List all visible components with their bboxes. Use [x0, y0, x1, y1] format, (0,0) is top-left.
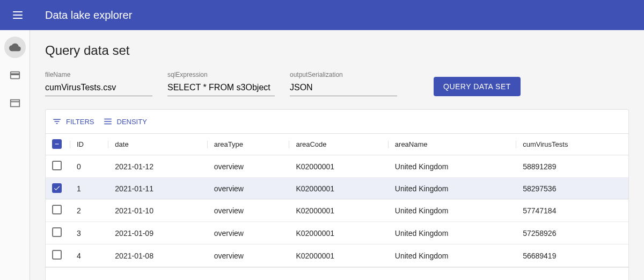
results-table: ID date areaType areaCode areaName cumVi… — [46, 133, 628, 267]
cell-date: 2021-01-10 — [108, 199, 207, 222]
check-icon — [53, 184, 61, 192]
cell-areatype: overview — [208, 178, 290, 199]
cloud-icon — [9, 41, 21, 53]
filters-label: FILTERS — [66, 118, 94, 126]
cell-areacode: K02000001 — [289, 199, 388, 222]
row-checkbox[interactable] — [52, 205, 62, 214]
sidebar-item-panel[interactable] — [4, 92, 26, 114]
outputserialization-label: outputSerialization — [290, 71, 397, 78]
cell-id: 2 — [70, 199, 108, 222]
panel-icon — [9, 97, 21, 109]
sidebar-item-card[interactable] — [4, 64, 26, 86]
cell-areaname: United Kingdom — [389, 178, 516, 199]
cell-areatype: overview — [208, 155, 290, 178]
cell-areatype: overview — [208, 245, 290, 267]
row-checkbox-cell — [46, 178, 70, 199]
main-content: Query data set fileName sqlExpression ou… — [30, 30, 644, 280]
cell-cumvirustests: 58297536 — [516, 178, 628, 199]
cell-areaname: United Kingdom — [389, 199, 516, 222]
table-row[interactable]: 22021-01-10overviewK02000001United Kingd… — [46, 199, 628, 222]
cell-id: 3 — [70, 222, 108, 245]
density-icon — [103, 117, 113, 126]
table-row[interactable]: 32021-01-09overviewK02000001United Kingd… — [46, 222, 628, 245]
col-date[interactable]: date — [108, 134, 207, 155]
cell-date: 2021-01-08 — [108, 245, 207, 267]
col-areacode[interactable]: areaCode — [289, 134, 388, 155]
filename-label: fileName — [45, 71, 152, 78]
app-bar: Data lake explorer — [0, 0, 644, 30]
cell-areacode: K02000001 — [289, 222, 388, 245]
table-header-row: ID date areaType areaCode areaName cumVi… — [46, 134, 628, 155]
row-checkbox[interactable] — [52, 161, 62, 170]
filters-button[interactable]: FILTERS — [52, 117, 94, 126]
cell-areacode: K02000001 — [289, 245, 388, 267]
col-id[interactable]: ID — [70, 134, 108, 155]
table-row[interactable]: 42021-01-08overviewK02000001United Kingd… — [46, 245, 628, 267]
cell-areaname: United Kingdom — [389, 222, 516, 245]
side-rail — [0, 30, 30, 280]
row-checkbox-cell — [46, 155, 70, 178]
sqlexpression-input[interactable] — [167, 80, 275, 96]
cell-cumvirustests: 57258926 — [516, 222, 628, 245]
cell-cumvirustests: 57747184 — [516, 199, 628, 222]
field-sqlexpression: sqlExpression — [167, 71, 275, 96]
sidebar-item-cloud[interactable] — [4, 37, 26, 58]
page-title: Query data set — [45, 43, 629, 58]
cell-id: 0 — [70, 155, 108, 178]
app-title: Data lake explorer — [45, 9, 132, 21]
field-outputserialization: outputSerialization — [290, 71, 397, 96]
field-filename: fileName — [45, 71, 152, 96]
cell-areacode: K02000001 — [289, 155, 388, 178]
col-areatype[interactable]: areaType — [208, 134, 290, 155]
density-button[interactable]: DENSITY — [103, 117, 147, 126]
pager-next[interactable] — [607, 276, 620, 281]
cell-areaname: United Kingdom — [389, 245, 516, 267]
select-all-checkbox[interactable] — [52, 139, 62, 149]
filter-icon — [52, 117, 62, 126]
sqlexpression-label: sqlExpression — [167, 71, 275, 78]
pager: 1-5 of 268 — [541, 276, 620, 281]
data-grid: FILTERS DENSITY ID d — [45, 109, 629, 280]
grid-footer: 1 row selected 1-5 of 268 — [46, 267, 628, 280]
density-label: DENSITY — [117, 118, 147, 126]
row-checkbox-cell — [46, 222, 70, 245]
cell-areaname: United Kingdom — [389, 155, 516, 178]
row-checkbox-cell — [46, 245, 70, 267]
cell-areacode: K02000001 — [289, 178, 388, 199]
card-icon — [9, 69, 21, 81]
grid-toolbar: FILTERS DENSITY — [46, 110, 628, 133]
cell-cumvirustests: 56689419 — [516, 245, 628, 267]
col-areaname[interactable]: areaName — [389, 134, 516, 155]
filename-input[interactable] — [45, 80, 152, 96]
table-row[interactable]: 02021-01-12overviewK02000001United Kingd… — [46, 155, 628, 178]
menu-icon[interactable] — [13, 9, 26, 21]
chevron-left-icon — [584, 277, 595, 281]
row-checkbox-cell — [46, 199, 70, 222]
cell-id: 4 — [70, 245, 108, 267]
cell-areatype: overview — [208, 222, 290, 245]
table-row[interactable]: 12021-01-11overviewK02000001United Kingd… — [46, 178, 628, 199]
cell-date: 2021-01-11 — [108, 178, 207, 199]
query-controls: fileName sqlExpression outputSerializati… — [45, 71, 629, 96]
row-checkbox[interactable] — [52, 250, 62, 260]
outputserialization-input[interactable] — [290, 80, 397, 96]
cell-areatype: overview — [208, 199, 290, 222]
cell-id: 1 — [70, 178, 108, 199]
cell-date: 2021-01-12 — [108, 155, 207, 178]
indeterminate-icon — [53, 140, 61, 148]
cell-date: 2021-01-09 — [108, 222, 207, 245]
cell-cumvirustests: 58891289 — [516, 155, 628, 178]
row-checkbox[interactable] — [52, 183, 62, 193]
chevron-right-icon — [608, 277, 619, 281]
row-checkbox[interactable] — [52, 227, 62, 237]
header-checkbox-cell — [46, 134, 70, 155]
pager-prev[interactable] — [583, 276, 596, 281]
col-cumvirustests[interactable]: cumVirusTests — [516, 134, 628, 155]
query-button[interactable]: QUERY DATA SET — [434, 77, 521, 96]
